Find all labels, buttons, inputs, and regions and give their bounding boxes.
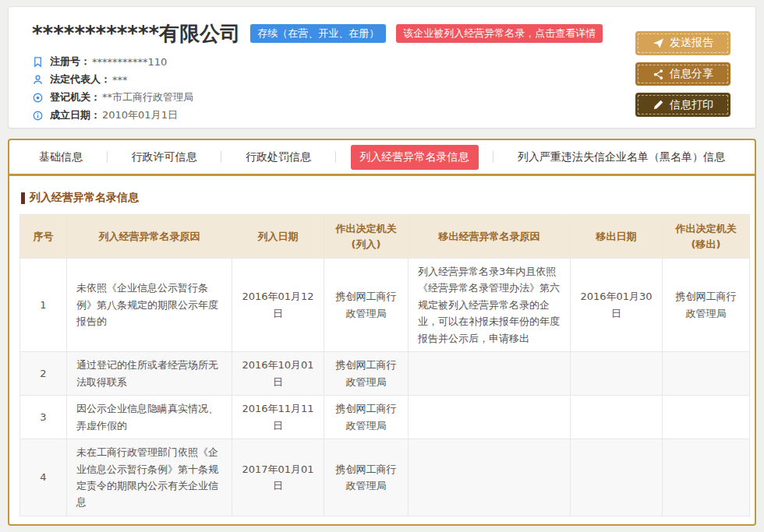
cell-removal-authority [663,439,750,516]
table-row: 2 通过登记的住所或者经营场所无法取得联系 2016年10月01日 携创网工商行… [20,352,750,396]
print-info-label: 信息打印 [670,98,713,112]
info-value: **市工商行政管理局 [102,90,193,104]
cell-index: 4 [20,439,67,516]
cell-removal-authority: 携创网工商行政管理局 [663,259,750,352]
company-title-row: ************有限公司 存续（在营、开业、在册） 该企业被列入经营异常… [32,23,635,45]
cell-listing-date: 2016年11月11日 [232,396,324,439]
tab-divider [335,151,336,163]
table-row: 3 因公示企业信息隐瞒真实情况、弄虚作假的 2016年11月11日 携创网工商行… [20,396,750,439]
tab-blacklist[interactable]: 列入严重违法失信企业名单（黑名单）信息 [508,145,734,170]
tab-divider [107,151,108,163]
table-row: 1 未依照《企业信息公示暂行条例》第八条规定的期限公示年度报告的 2016年01… [20,259,750,352]
info-line-legal-rep: 法定代表人： *** [32,71,635,89]
cell-removal-reason [409,439,571,516]
share-info-button[interactable]: 信息分享 [635,62,730,86]
cell-removal-date: 2016年01月30日 [571,259,663,352]
print-info-button[interactable]: 信息打印 [635,93,730,117]
registration-icon [32,56,44,68]
cell-index: 2 [20,352,67,396]
cell-listing-reason: 因公示企业信息隐瞒真实情况、弄虚作假的 [67,396,232,439]
tab-content: 列入经营异常名录信息 序号 列入经营异常名录原因 列入日期 作出决定机关(列入)… [9,176,755,524]
info-icon [32,110,44,122]
print-icon [653,99,664,111]
info-value: ***********110 [92,56,167,68]
send-report-label: 发送报告 [670,36,713,50]
cell-listing-date: 2017年01月01日 [232,439,324,516]
page: ************有限公司 存续（在营、开业、在册） 该企业被列入经营异常… [0,0,764,532]
col-header-removal-reason: 移出经营异常名录原因 [409,215,571,259]
info-line-registry-authority: 登记机关： **市工商行政管理局 [32,89,635,107]
location-icon [32,92,44,104]
cell-removal-date [571,439,663,516]
person-icon [32,74,44,86]
col-header-index: 序号 [20,215,67,259]
cell-removal-reason [409,396,571,439]
company-name: ************有限公司 [32,23,240,45]
cell-listing-authority: 携创网工商行政管理局 [324,352,409,396]
info-label: 注册号： [50,55,90,69]
company-header-card: ************有限公司 存续（在营、开业、在册） 该企业被列入经营异常… [8,6,756,129]
info-line-establish-date: 成立日期： 2010年01月1日 [32,107,635,125]
table-header-row: 序号 列入经营异常名录原因 列入日期 作出决定机关(列入) 移出经营异常名录原因… [20,215,750,259]
tab-divider [493,151,493,163]
cell-listing-reason: 未在工商行政管理部门依照《企业信息公示暂行条例》第十条规定责令的期限内公示有关企… [67,439,232,516]
cell-listing-reason: 未依照《企业信息公示暂行条例》第八条规定的期限公示年度报告的 [67,259,232,352]
cell-listing-authority: 携创网工商行政管理局 [324,396,409,439]
info-label: 登记机关： [50,90,101,104]
cell-removal-reason [409,352,571,396]
info-value: 2010年01月1日 [102,108,178,122]
cell-listing-date: 2016年01月12日 [232,259,324,352]
header-actions: 发送报告 信息分享 信息打印 [635,23,730,117]
table-row: 4 未在工商行政管理部门依照《企业信息公示暂行条例》第十条规定责令的期限内公示有… [20,439,750,516]
status-badge: 存续（在营、开业、在册） [250,24,386,43]
cell-listing-reason: 通过登记的住所或者经营场所无法取得联系 [67,352,232,396]
info-label: 法定代表人： [50,72,111,86]
col-header-removal-authority: 作出决定机关(移出) [663,215,750,259]
cell-removal-authority [663,396,750,439]
send-report-button[interactable]: 发送报告 [635,31,730,55]
cell-removal-date [571,352,663,396]
cell-removal-authority [663,352,750,396]
cell-index: 3 [20,396,67,439]
section-title: 列入经营异常名录信息 [21,191,743,205]
send-icon [653,37,664,49]
cell-removal-reason: 列入经营异常名录3年内且依照《经营异常名录管理办法》第六规定被列入经营异常名录的… [409,259,571,352]
share-icon [653,69,664,80]
abnormal-list-table: 序号 列入经营异常名录原因 列入日期 作出决定机关(列入) 移出经营异常名录原因… [19,214,750,516]
tab-divider [221,151,221,163]
tab-bar: 基础信息 行政许可信息 行政处罚信息 列入经营异常名录信息 列入严重违法失信企业… [9,140,755,176]
info-label: 成立日期： [50,108,101,122]
info-line-registration: 注册号： ***********110 [32,53,635,71]
col-header-listing-reason: 列入经营异常名录原因 [67,215,232,259]
main-card: 基础信息 行政许可信息 行政处罚信息 列入经营异常名录信息 列入严重违法失信企业… [8,139,756,526]
cell-listing-authority: 携创网工商行政管理局 [324,439,409,516]
col-header-listing-date: 列入日期 [232,215,324,259]
info-value: *** [112,74,128,86]
cell-removal-date [571,396,663,439]
col-header-removal-date: 移出日期 [571,215,663,259]
abnormal-alert-badge[interactable]: 该企业被列入经营异常名录，点击查看详情 [396,24,603,43]
tab-basic-info[interactable]: 基础信息 [30,145,92,170]
tab-abnormal-list[interactable]: 列入经营异常名录信息 [351,145,479,170]
tab-admin-penalty[interactable]: 行政处罚信息 [236,145,320,170]
col-header-listing-authority: 作出决定机关(列入) [324,215,409,259]
tab-admin-license[interactable]: 行政许可信息 [122,145,207,170]
section-title-bar [21,192,25,204]
share-info-label: 信息分享 [670,67,713,81]
cell-listing-date: 2016年10月01日 [232,352,324,396]
cell-listing-authority: 携创网工商行政管理局 [324,259,409,352]
company-summary: ************有限公司 存续（在营、开业、在册） 该企业被列入经营异常… [32,23,635,117]
cell-index: 1 [20,259,67,352]
section-title-text: 列入经营异常名录信息 [30,191,139,205]
